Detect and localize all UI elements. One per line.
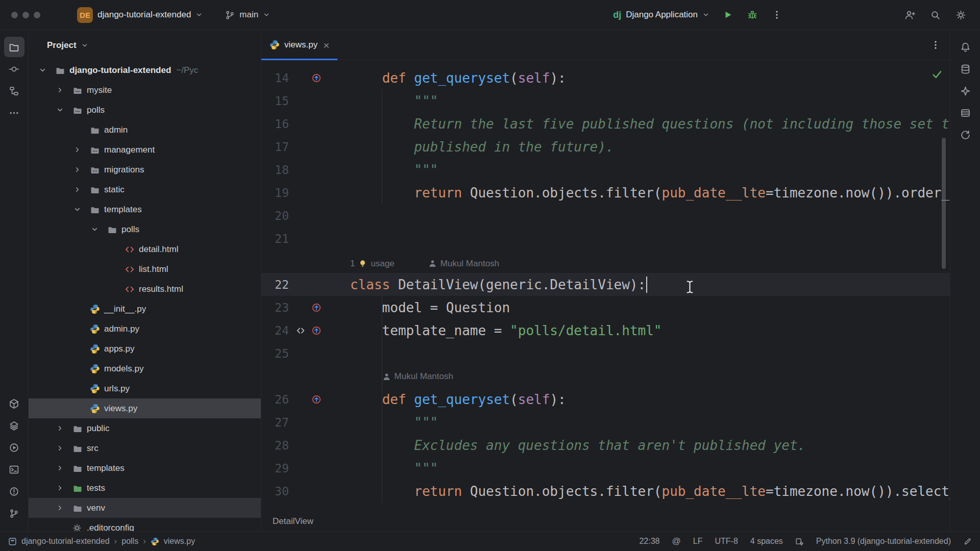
code-line-24[interactable]: 24 template_name = "polls/detail.html" — [261, 319, 950, 342]
override-icon[interactable] — [308, 303, 325, 313]
version-control-tool-button[interactable] — [4, 503, 24, 523]
notifications-tool-button[interactable] — [955, 37, 975, 57]
database-tool-button[interactable] — [955, 59, 975, 79]
project-widget[interactable]: DE django-tutorial-extended — [73, 4, 207, 26]
search-everywhere-button[interactable] — [925, 5, 945, 25]
chevron-down-icon[interactable] — [74, 206, 90, 213]
run-button[interactable] — [718, 5, 738, 25]
code-line-15[interactable]: 15 """ — [261, 89, 950, 112]
tree-item-src[interactable]: src — [29, 438, 261, 458]
cursor-position[interactable]: 22:38 — [639, 537, 659, 546]
code-line-26[interactable]: 26 def get_queryset(self): — [261, 388, 950, 411]
code-line-30[interactable]: 30 return Question.objects.filter(pub_da… — [261, 480, 950, 503]
chevron-right-icon[interactable] — [74, 186, 90, 193]
scrollbar-thumb[interactable] — [942, 138, 946, 269]
services-tool-button[interactable] — [4, 437, 24, 458]
template-tag-icon[interactable] — [293, 325, 308, 336]
tree-item-apps-py[interactable]: apps.py — [29, 339, 261, 359]
override-icon[interactable] — [308, 325, 325, 336]
chevron-right-icon[interactable] — [56, 464, 72, 472]
code-line-14[interactable]: 14 def get_queryset(self): — [261, 66, 950, 89]
more-actions-button[interactable] — [767, 5, 787, 25]
interpreter-widget[interactable]: Python 3.9 (django-tutorial-extended) — [816, 537, 951, 546]
chevron-right-icon[interactable] — [56, 444, 72, 452]
terminal-tool-button[interactable] — [4, 459, 24, 480]
inspections-passed-icon[interactable] — [931, 68, 943, 80]
tree-item-templates[interactable]: templates — [29, 199, 261, 219]
tree-item-venv[interactable]: venv — [29, 498, 261, 518]
tree-item-detail-html[interactable]: detail.html — [29, 239, 261, 259]
project-panel-header[interactable]: Project — [29, 30, 261, 60]
chevron-down-icon[interactable] — [91, 226, 107, 233]
indent-widget[interactable]: 4 spaces — [750, 537, 783, 546]
tree-item-admin-py[interactable]: admin.py — [29, 319, 261, 339]
code-line-28[interactable]: 28 Excludes any questions that aren't pu… — [261, 434, 950, 457]
code-line-16[interactable]: 16 Return the last five published questi… — [261, 112, 950, 135]
maximize-window-button[interactable] — [34, 12, 40, 18]
editor-breadcrumb[interactable]: DetailView — [261, 511, 950, 531]
tree-item-templates[interactable]: templates — [29, 458, 261, 478]
code-line-20[interactable]: 20 — [261, 204, 950, 227]
minimize-window-button[interactable] — [22, 12, 29, 18]
ai-assistant-tool-button[interactable] — [955, 81, 975, 101]
code-line-27[interactable]: 27 """ — [261, 411, 950, 434]
edit-mode-icon[interactable] — [963, 537, 972, 546]
problems-tool-button[interactable] — [4, 481, 24, 502]
tree-item--init-py[interactable]: __init__.py — [29, 299, 261, 319]
code-editor[interactable]: Mukul Mantosh14 def get_queryset(self):1… — [261, 60, 950, 511]
status-breadcrumb-project[interactable]: django-tutorial-extended — [21, 537, 110, 546]
tab-views-py[interactable]: views.py × — [261, 30, 337, 60]
code-line-18[interactable]: 18 """ — [261, 158, 950, 181]
chevron-right-icon[interactable] — [56, 484, 72, 492]
python-packages-tool-button[interactable] — [4, 393, 24, 414]
tree-item-results-html[interactable]: results.html — [29, 279, 261, 299]
tree-item-polls[interactable]: polls — [29, 100, 261, 120]
encoding-widget[interactable]: UTF-8 — [715, 537, 738, 546]
code-line-29[interactable]: 29 """ — [261, 457, 950, 480]
indent-settings-icon[interactable] — [795, 537, 804, 546]
todo-tool-button[interactable] — [955, 103, 975, 123]
project-tool-button[interactable] — [4, 37, 24, 57]
close-tab-icon[interactable]: × — [323, 40, 329, 51]
chevron-down-icon[interactable] — [39, 66, 55, 74]
tree-item-polls[interactable]: polls — [29, 219, 261, 239]
chevron-right-icon[interactable] — [56, 504, 72, 512]
chevron-right-icon[interactable] — [56, 424, 72, 432]
tree-item-management[interactable]: management — [29, 140, 261, 160]
chevron-right-icon[interactable] — [74, 166, 90, 173]
chevron-down-icon[interactable] — [56, 106, 72, 114]
line-separator-widget[interactable]: LF — [693, 537, 703, 546]
run-config-selector[interactable]: dj Django Application — [609, 7, 714, 23]
commit-tool-button[interactable] — [4, 59, 24, 79]
inlay-text[interactable]: Mukul Mantosh — [440, 259, 499, 269]
settings-button[interactable] — [950, 5, 971, 25]
code-line-21[interactable]: 21 — [261, 227, 950, 250]
tree-item-django-tutorial-extended[interactable]: django-tutorial-extended~/Pyc — [29, 60, 261, 80]
tab-options-icon[interactable] — [926, 36, 945, 54]
tree-item-views-py[interactable]: views.py — [29, 398, 261, 418]
status-breadcrumb-package[interactable]: polls — [121, 537, 138, 546]
tree-item-models-py[interactable]: models.py — [29, 359, 261, 379]
tree-item-mysite[interactable]: mysite — [29, 80, 261, 100]
chevron-right-icon[interactable] — [74, 146, 90, 154]
inlay-text[interactable]: 1 — [350, 259, 355, 269]
more-tool-windows-tool-button[interactable] — [4, 103, 24, 123]
close-window-button[interactable] — [11, 12, 18, 18]
branch-widget[interactable]: main — [221, 7, 274, 23]
tree-item-public[interactable]: public — [29, 418, 261, 438]
code-line-25[interactable]: 25 — [261, 342, 950, 365]
annotation-icon[interactable]: @ — [672, 536, 681, 546]
inlay-text[interactable]: Mukul Mantosh — [395, 371, 453, 382]
code-line-22[interactable]: 22class DetailView(generic.DetailView): — [261, 273, 950, 296]
inlay-text[interactable]: usage — [371, 259, 394, 269]
override-icon[interactable] — [308, 73, 325, 83]
window-controls[interactable] — [7, 12, 40, 18]
structure-tool-button[interactable] — [4, 81, 24, 101]
tree-item-admin[interactable]: admin — [29, 120, 261, 140]
tree-item--editorconfig[interactable]: .editorconfig — [29, 518, 261, 531]
python-console-tool-button[interactable] — [4, 415, 24, 436]
code-line-17[interactable]: 17 published in the future). — [261, 135, 950, 158]
project-status-icon[interactable] — [8, 537, 17, 546]
breadcrumb-class-name[interactable]: DetailView — [273, 516, 313, 527]
status-breadcrumb-file[interactable]: views.py — [164, 537, 195, 546]
